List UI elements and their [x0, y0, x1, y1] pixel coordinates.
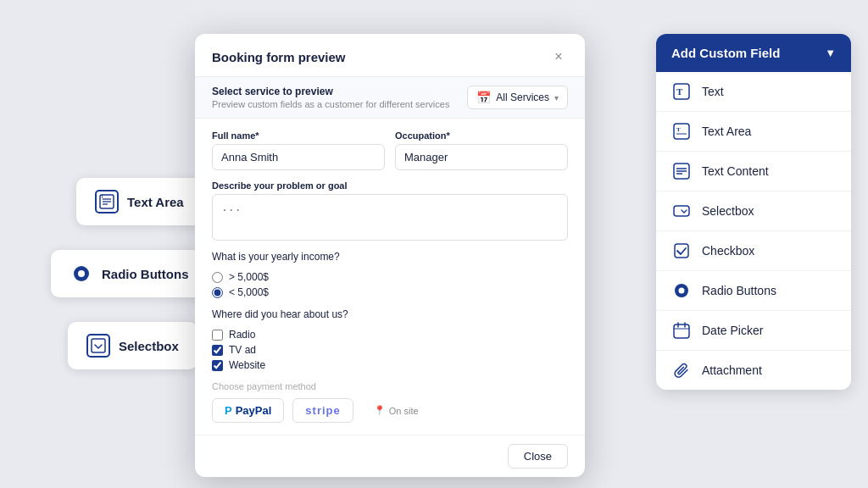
close-button[interactable]: Close [508, 444, 568, 469]
attachment-field-label: Attachment [702, 363, 762, 377]
full-name-label: Full name* [212, 130, 385, 141]
paypal-button[interactable]: P PayPal [212, 398, 284, 423]
svg-point-20 [679, 288, 685, 294]
panel-item-textarea[interactable]: T Text Area [656, 112, 851, 152]
source-tvad-checkbox[interactable] [212, 345, 223, 356]
income-radio-lt5000[interactable] [212, 287, 223, 298]
service-bar: Select service to preview Preview custom… [195, 77, 585, 119]
text-field-icon: T [671, 81, 692, 102]
service-dropdown[interactable]: 📅 All Services ▾ [467, 86, 568, 109]
textarea-field-label: Text Area [702, 125, 751, 138]
panel-item-checkbox[interactable]: Checkbox [656, 231, 851, 271]
describe-label: Describe your problem or goal [212, 180, 568, 191]
text-area-icon: T [95, 190, 119, 214]
svg-text:T: T [676, 86, 683, 97]
panel-item-radio[interactable]: Radio Buttons [656, 271, 851, 311]
name-occupation-row: Full name* Occupation* [212, 130, 568, 170]
income-radio-gt5000[interactable] [212, 272, 223, 283]
service-label-group: Select service to preview Preview custom… [212, 86, 449, 109]
full-name-group: Full name* [212, 130, 385, 170]
modal-header: Booking form preview × [195, 34, 585, 77]
occupation-group: Occupation* [395, 130, 568, 170]
selectbox-field-label: Selectbox [702, 204, 754, 218]
onsite-button[interactable]: 📍 On site [362, 400, 431, 421]
stripe-button[interactable]: stripe [292, 398, 353, 423]
stripe-label: stripe [305, 404, 340, 417]
radio-icon [70, 262, 93, 286]
attachment-field-icon [671, 360, 692, 380]
service-dropdown-icon: 📅 [476, 91, 491, 104]
datepicker-field-label: Date Picker [702, 324, 763, 337]
source-website-checkbox[interactable] [212, 360, 223, 371]
textcontent-field-icon [671, 161, 692, 181]
service-bar-subtitle: Preview custom fields as a customer for … [212, 99, 449, 109]
panel-item-text[interactable]: T Text [656, 72, 851, 112]
radio-field-label: Radio Buttons [702, 284, 776, 297]
modal-title: Booking form preview [212, 50, 346, 64]
panel-header-arrow: ▼ [825, 47, 836, 59]
onsite-icon: 📍 [374, 405, 386, 416]
dropdown-arrow-icon: ▾ [554, 93, 559, 103]
paypal-icon: P [225, 404, 232, 417]
svg-text:T: T [101, 194, 103, 199]
select-card: Selectbox [68, 322, 198, 369]
panel-item-attachment[interactable]: Attachment [656, 351, 851, 390]
full-name-input[interactable] [212, 144, 385, 170]
service-dropdown-value: All Services [496, 92, 549, 103]
income-lt5000[interactable]: < 5,000$ [212, 286, 568, 298]
onsite-label: On site [389, 406, 419, 416]
booking-form-modal: Booking form preview × Select service to… [195, 34, 585, 477]
source-checkbox-group: Where did you hear about us? Radio TV ad… [212, 308, 568, 371]
panel-item-textcontent[interactable]: Text Content [656, 152, 851, 191]
checkbox-field-icon [671, 241, 692, 261]
payment-options: P PayPal stripe 📍 On site [212, 398, 568, 423]
paypal-label: PayPal [236, 404, 272, 417]
panel-header: Add Custom Field ▼ [656, 34, 851, 72]
selectbox-icon [86, 334, 110, 358]
svg-text:T: T [676, 126, 681, 133]
service-bar-title: Select service to preview [212, 86, 449, 97]
radio-field-icon [671, 280, 692, 301]
source-question: Where did you hear about us? [212, 308, 568, 320]
textarea-field-icon: T [671, 121, 692, 141]
radio-card-label: Radio Buttons [102, 267, 189, 281]
panel-header-title: Add Custom Field [671, 46, 780, 60]
occupation-label: Occupation* [395, 130, 568, 141]
source-website[interactable]: Website [212, 359, 568, 371]
text-area-card: T Text Area [76, 178, 203, 225]
income-gt5000[interactable]: > 5,000$ [212, 271, 568, 283]
income-question: What is your yearly income? [212, 251, 568, 263]
source-radio[interactable]: Radio [212, 329, 568, 341]
payment-section: Choose payment method P PayPal stripe 📍 … [212, 381, 568, 423]
income-radio-group: What is your yearly income? > 5,000$ < 5… [212, 251, 568, 298]
panel-item-selectbox[interactable]: Selectbox [656, 191, 851, 231]
svg-rect-17 [674, 206, 689, 216]
modal-footer: Close [195, 435, 585, 477]
describe-group: Describe your problem or goal [212, 180, 568, 241]
checkbox-field-label: Checkbox [702, 244, 754, 258]
textcontent-field-label: Text Content [702, 164, 769, 178]
describe-textarea[interactable] [212, 194, 568, 241]
svg-point-6 [78, 270, 85, 277]
text-area-card-label: Text Area [127, 195, 184, 209]
modal-body: Full name* Occupation* Describe your pro… [195, 119, 585, 435]
payment-label: Choose payment method [212, 381, 568, 391]
modal-close-button[interactable]: × [549, 47, 568, 66]
custom-field-panel: Add Custom Field ▼ T Text T Text Area [656, 34, 851, 390]
occupation-input[interactable] [395, 144, 568, 170]
svg-rect-21 [674, 324, 689, 338]
datepicker-field-icon [671, 320, 692, 341]
text-field-label: Text [702, 85, 724, 98]
source-tvad[interactable]: TV ad [212, 344, 568, 356]
svg-rect-7 [92, 339, 105, 352]
panel-item-datepicker[interactable]: Date Picker [656, 311, 851, 351]
radio-card: Radio Buttons [51, 250, 208, 297]
select-card-label: Selectbox [119, 339, 179, 353]
source-radio-checkbox[interactable] [212, 330, 223, 341]
selectbox-field-icon [671, 201, 692, 221]
